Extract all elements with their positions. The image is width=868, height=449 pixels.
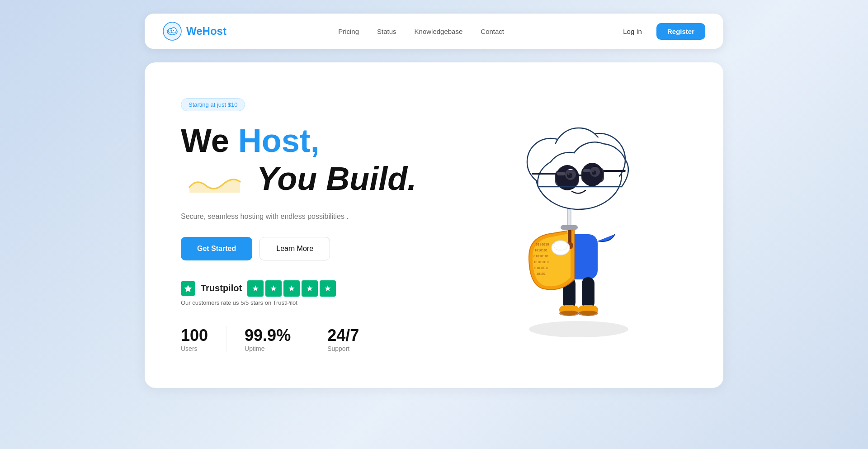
svg-rect-51	[557, 172, 565, 175]
stat-support-label: Support	[327, 345, 359, 352]
svg-rect-50	[603, 170, 626, 172]
stat-users-number: 100	[181, 326, 208, 345]
hero-title: We Host,	[181, 124, 452, 158]
svg-rect-24	[561, 225, 578, 230]
trustpilot-logo-star	[181, 281, 195, 296]
svg-point-7	[529, 321, 628, 337]
login-button[interactable]: Log In	[616, 24, 649, 39]
hero-subtitle: You Build.	[257, 162, 416, 196]
nav-contact[interactable]: Contact	[481, 28, 504, 35]
nav-pricing[interactable]: Pricing	[338, 28, 359, 35]
hero-title-part1: We	[181, 123, 238, 159]
svg-text:0101010: 0101010	[534, 266, 548, 270]
trustpilot-section: Trustpilot ★ ★ ★ ★ ★ Our customers rate …	[181, 280, 452, 306]
svg-rect-48	[578, 175, 582, 176]
learn-more-button[interactable]: Learn More	[259, 237, 330, 260]
stat-users-label: Users	[181, 345, 208, 352]
star-5: ★	[320, 280, 336, 297]
navbar: WeHost Pricing Status Knowledgebase Cont…	[145, 14, 723, 49]
star-4: ★	[302, 280, 318, 297]
cloud-mascot: 0101010 1010101 01010101 10101010 010101…	[484, 108, 674, 343]
svg-rect-52	[583, 169, 590, 172]
stat-uptime-label: Uptime	[245, 345, 291, 352]
hero-card: Starting at just $10 We Host, You Build.…	[145, 62, 723, 388]
pricing-badge: Starting at just $10	[181, 98, 245, 111]
trustpilot-name: Trustpilot	[201, 283, 242, 293]
trustpilot-row: Trustpilot ★ ★ ★ ★ ★	[181, 280, 452, 297]
star-2: ★	[265, 280, 282, 297]
stat-support: 24/7 Support	[327, 326, 377, 352]
trustpilot-stars: ★ ★ ★ ★ ★	[247, 280, 336, 297]
logo[interactable]: WeHost	[163, 22, 226, 41]
star-3: ★	[283, 280, 300, 297]
svg-text:1010101: 1010101	[534, 249, 548, 252]
wehost-logo-icon	[163, 22, 182, 41]
svg-rect-26	[568, 230, 571, 243]
nav-actions: Log In Register	[616, 23, 705, 40]
trustpilot-caption: Our customers rate us 5/5 stars on Trust…	[181, 299, 452, 306]
mascot-svg: 0101010 1010101 01010101 10101010 010101…	[484, 108, 674, 343]
wave-decoration	[181, 175, 249, 193]
svg-text:10101010: 10101010	[533, 260, 549, 264]
stat-uptime-number: 99.9%	[245, 326, 291, 345]
stats-row: 100 Users 99.9% Uptime 24/7 Support	[181, 326, 452, 352]
stat-users: 100 Users	[181, 326, 226, 352]
hero-description: Secure, seamless hosting with endless po…	[181, 213, 452, 221]
register-button[interactable]: Register	[656, 23, 705, 40]
hero-mascot-area: 0101010 1010101 01010101 10101010 010101…	[470, 108, 687, 343]
hero-left: Starting at just $10 We Host, You Build.…	[181, 98, 452, 352]
stat-uptime: 99.9% Uptime	[245, 326, 309, 352]
nav-status[interactable]: Status	[377, 28, 396, 35]
svg-rect-49	[532, 173, 556, 175]
svg-point-16	[578, 311, 598, 316]
star-1: ★	[247, 280, 264, 297]
svg-point-4	[171, 30, 172, 31]
svg-text:10101: 10101	[536, 272, 546, 276]
nav-links: Pricing Status Knowledgebase Contact	[338, 28, 504, 35]
svg-text:0101010: 0101010	[536, 243, 549, 246]
hero-subtitle-line: You Build.	[181, 162, 452, 205]
logo-text: WeHost	[186, 25, 226, 38]
hero-buttons: Get Started Learn More	[181, 237, 452, 260]
svg-rect-29	[554, 241, 567, 250]
hero-title-blue: Host,	[238, 123, 320, 159]
svg-point-5	[173, 30, 174, 31]
svg-marker-6	[184, 285, 192, 292]
svg-text:01010101: 01010101	[533, 255, 549, 258]
stat-support-number: 24/7	[327, 326, 359, 345]
svg-point-15	[559, 311, 579, 316]
nav-knowledgebase[interactable]: Knowledgebase	[415, 28, 463, 35]
svg-rect-10	[582, 277, 594, 309]
get-started-button[interactable]: Get Started	[181, 237, 252, 260]
